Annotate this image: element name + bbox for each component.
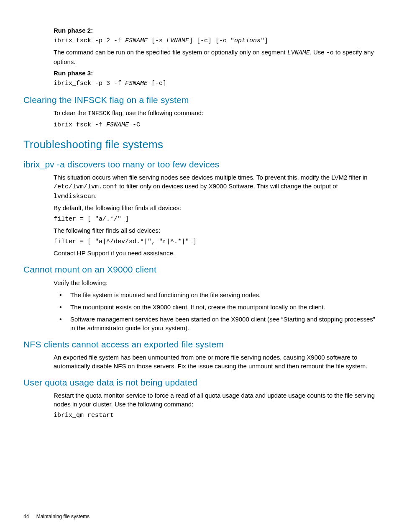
run-phase-2-description: The command can be run on the specified …: [54, 48, 379, 66]
list-item: The file system is mounted and functioni…: [67, 290, 379, 299]
heading-cannot-mount: Cannot mount on an X9000 client: [23, 263, 379, 275]
ibrix-pv-filter1: filter = [ "a/.*/" ]: [54, 215, 379, 224]
heading-ibrix-pv: ibrix_pv -a discovers too many or too fe…: [23, 158, 379, 170]
section-user-quota: Restart the quota monitor service to for…: [54, 391, 379, 420]
run-phase-3-label: Run phase 3:: [54, 69, 379, 77]
quota-p1: Restart the quota monitor service to for…: [54, 391, 379, 409]
section-run-phase-2: Run phase 2: ibrix_fsck -p 2 -f FSNAME […: [54, 26, 379, 66]
list-item: Software management services have been s…: [67, 315, 379, 332]
heading-troubleshooting: Troubleshooting file systems: [23, 137, 379, 152]
run-phase-3-command: ibrix_fsck -p 3 -f FSNAME [-c]: [54, 79, 379, 88]
cannot-mount-list: The file system is mounted and functioni…: [54, 290, 379, 332]
ibrix-pv-p4: Contact HP Support if you need assistanc…: [54, 249, 379, 257]
clearing-command: ibrix_fsck -f FSNAME -C: [54, 121, 379, 129]
cannot-mount-intro: Verify the following:: [54, 278, 379, 287]
nfs-p1: An exported file system has been unmount…: [54, 353, 379, 370]
section-nfs-clients: An exported file system has been unmount…: [54, 353, 379, 370]
ibrix-pv-p1: This situation occurs when file serving …: [54, 173, 379, 201]
heading-user-quota: User quota usage data is not being updat…: [23, 376, 379, 388]
run-phase-2-label: Run phase 2:: [54, 26, 379, 35]
section-clearing-infsck: To clear the INFSCK flag, use the follow…: [54, 108, 379, 129]
section-cannot-mount: Verify the following: The file system is…: [54, 278, 379, 332]
quota-command: ibrix_qm restart: [54, 411, 379, 420]
ibrix-pv-filter2: filter = [ "a|^/dev/sd.*|", "r|^.*|" ]: [54, 237, 379, 246]
list-item: The mountpoint exists on the X9000 clien…: [67, 303, 379, 311]
ibrix-pv-p3: The following filter finds all sd device…: [54, 226, 379, 235]
ibrix-pv-p2: By default, the following filter finds a…: [54, 203, 379, 212]
heading-clearing-infsck: Clearing the INFSCK flag on a file syste…: [23, 94, 379, 106]
section-ibrix-pv: This situation occurs when file serving …: [54, 173, 379, 257]
run-phase-2-command: ibrix_fsck -p 2 -f FSNAME [-s LVNAME] [-…: [54, 36, 379, 45]
clearing-description: To clear the INFSCK flag, use the follow…: [54, 108, 379, 118]
heading-nfs-clients: NFS clients cannot access an exported fi…: [23, 338, 379, 350]
section-run-phase-3: Run phase 3: ibrix_fsck -p 3 -f FSNAME […: [54, 69, 379, 88]
